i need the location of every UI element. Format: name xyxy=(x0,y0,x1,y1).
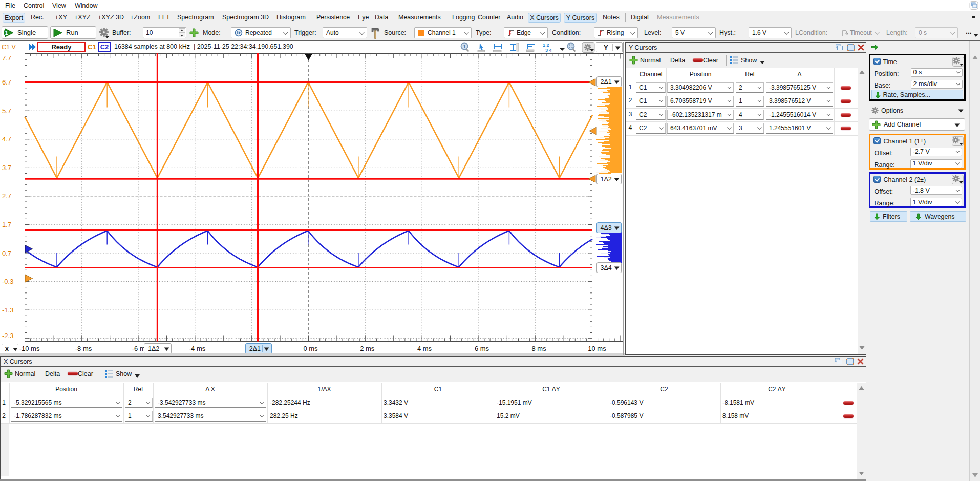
svg-text:-1.3: -1.3 xyxy=(2,306,13,314)
svg-text:2 ms: 2 ms xyxy=(360,345,375,352)
svg-text:-10 ms: -10 ms xyxy=(19,345,40,352)
svg-text:0.7: 0.7 xyxy=(2,249,11,257)
svg-text:7.7: 7.7 xyxy=(2,54,11,62)
svg-text:5.7: 5.7 xyxy=(2,107,11,115)
svg-text:-4 ms: -4 ms xyxy=(189,345,206,352)
svg-text:1: 1 xyxy=(463,44,465,49)
svg-text:0 ms: 0 ms xyxy=(303,345,318,352)
svg-text:1 2: 1 2 xyxy=(543,43,549,48)
svg-text:1.7: 1.7 xyxy=(2,221,11,228)
svg-text:-2.3: -2.3 xyxy=(2,332,13,340)
svg-text:3 4: 3 4 xyxy=(545,48,552,53)
svg-text:8 ms: 8 ms xyxy=(532,345,547,352)
svg-text:-0.3: -0.3 xyxy=(2,278,13,285)
svg-text:2.7: 2.7 xyxy=(2,192,11,200)
svg-text:4.7: 4.7 xyxy=(2,135,11,143)
svg-text:-8 ms: -8 ms xyxy=(75,345,92,352)
svg-text:3.7: 3.7 xyxy=(2,164,11,172)
svg-text:6 ms: 6 ms xyxy=(475,345,489,352)
svg-text:6.7: 6.7 xyxy=(2,78,11,86)
svg-text:10 ms: 10 ms xyxy=(588,345,606,352)
svg-text:4 ms: 4 ms xyxy=(417,345,432,352)
svg-text:1: 1 xyxy=(5,30,8,35)
